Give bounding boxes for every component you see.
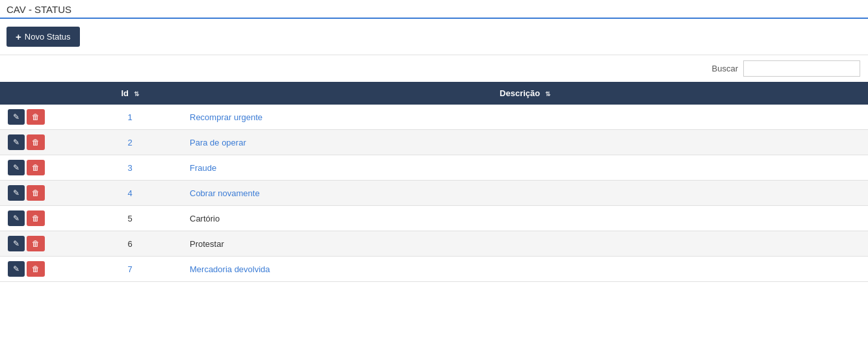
- td-actions: ✎🗑: [0, 257, 78, 282]
- trash-icon: 🗑: [32, 112, 40, 121]
- td-descricao: Recomprar urgente: [182, 105, 868, 130]
- td-descricao: Protestar: [182, 231, 868, 257]
- td-actions: ✎🗑: [0, 181, 78, 206]
- page-title: CAV - STATUS: [0, 0, 868, 19]
- td-actions: ✎🗑: [0, 206, 78, 231]
- table-body: ✎🗑1Recomprar urgente✎🗑2Para de operar✎🗑3…: [0, 105, 868, 282]
- th-id-label: Id: [121, 88, 129, 98]
- pencil-icon: ✎: [13, 188, 19, 197]
- new-status-button[interactable]: + Novo Status: [6, 27, 80, 47]
- table-row: ✎🗑4Cobrar novamente: [0, 181, 868, 206]
- new-status-label: Novo Status: [25, 32, 71, 42]
- td-descricao: Para de operar: [182, 130, 868, 155]
- edit-button[interactable]: ✎: [8, 236, 25, 251]
- table-row: ✎🗑3Fraude: [0, 155, 868, 181]
- table-row: ✎🗑2Para de operar: [0, 130, 868, 155]
- delete-button[interactable]: 🗑: [27, 236, 45, 251]
- td-descricao: Mercadoria devolvida: [182, 257, 868, 282]
- trash-icon: 🗑: [32, 239, 40, 248]
- th-descricao: Descrição ⇅: [182, 82, 868, 105]
- edit-button[interactable]: ✎: [8, 134, 25, 150]
- table-row: ✎🗑1Recomprar urgente: [0, 105, 868, 130]
- td-actions: ✎🗑: [0, 105, 78, 130]
- toolbar: + Novo Status: [0, 19, 868, 55]
- sort-id-icon[interactable]: ⇅: [134, 90, 139, 97]
- plus-icon: +: [16, 31, 21, 42]
- td-id: 3: [78, 155, 182, 181]
- th-id: Id ⇅: [78, 82, 182, 105]
- trash-icon: 🗑: [32, 214, 40, 223]
- pencil-icon: ✎: [13, 138, 19, 147]
- edit-button[interactable]: ✎: [8, 160, 25, 175]
- sort-desc-icon[interactable]: ⇅: [545, 90, 550, 97]
- td-id: 2: [78, 130, 182, 155]
- td-descricao: Fraude: [182, 155, 868, 181]
- trash-icon: 🗑: [32, 138, 40, 147]
- delete-button[interactable]: 🗑: [27, 134, 45, 150]
- table-row: ✎🗑6Protestar: [0, 231, 868, 257]
- search-label: Buscar: [712, 64, 738, 73]
- edit-button[interactable]: ✎: [8, 109, 25, 125]
- td-descricao: Cartório: [182, 206, 868, 231]
- search-bar: Buscar: [0, 55, 868, 82]
- pencil-icon: ✎: [13, 264, 19, 273]
- search-input[interactable]: [743, 60, 860, 77]
- td-id: 6: [78, 231, 182, 257]
- table-row: ✎🗑7Mercadoria devolvida: [0, 257, 868, 282]
- td-descricao: Cobrar novamente: [182, 181, 868, 206]
- table-header-row: Id ⇅ Descrição ⇅: [0, 82, 868, 105]
- table-row: ✎🗑5Cartório: [0, 206, 868, 231]
- pencil-icon: ✎: [13, 163, 19, 172]
- pencil-icon: ✎: [13, 112, 19, 121]
- td-id: 4: [78, 181, 182, 206]
- delete-button[interactable]: 🗑: [27, 109, 45, 125]
- td-actions: ✎🗑: [0, 130, 78, 155]
- pencil-icon: ✎: [13, 214, 19, 223]
- delete-button[interactable]: 🗑: [27, 261, 45, 277]
- trash-icon: 🗑: [32, 264, 40, 273]
- delete-button[interactable]: 🗑: [27, 210, 45, 226]
- delete-button[interactable]: 🗑: [27, 160, 45, 175]
- edit-button[interactable]: ✎: [8, 261, 25, 277]
- trash-icon: 🗑: [32, 163, 40, 172]
- td-id: 1: [78, 105, 182, 130]
- th-actions: [0, 82, 78, 105]
- status-table: Id ⇅ Descrição ⇅ ✎🗑1Recomprar urgente✎🗑2…: [0, 82, 868, 282]
- edit-button[interactable]: ✎: [8, 185, 25, 201]
- td-id: 5: [78, 206, 182, 231]
- edit-button[interactable]: ✎: [8, 210, 25, 226]
- th-desc-label: Descrição: [500, 88, 540, 98]
- td-actions: ✎🗑: [0, 155, 78, 181]
- pencil-icon: ✎: [13, 239, 19, 248]
- td-id: 7: [78, 257, 182, 282]
- td-actions: ✎🗑: [0, 231, 78, 257]
- trash-icon: 🗑: [32, 188, 40, 197]
- delete-button[interactable]: 🗑: [27, 185, 45, 201]
